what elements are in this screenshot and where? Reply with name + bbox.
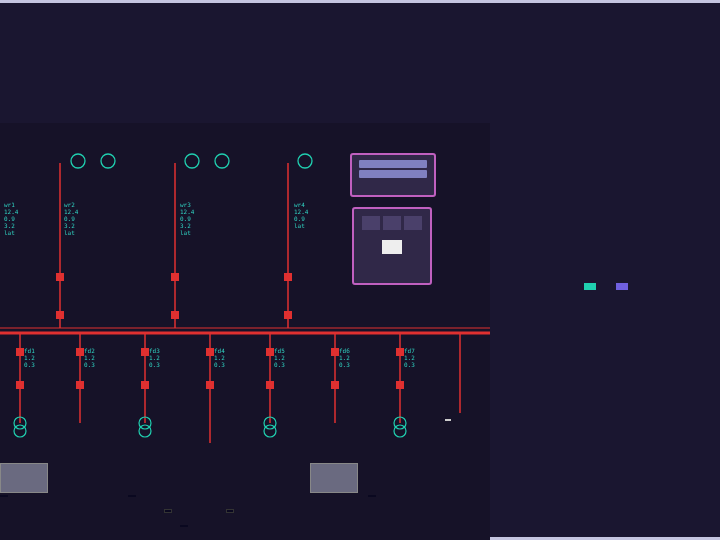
sld-data-3: wr312.40.93.2lat (180, 201, 194, 236)
donut-svg (528, 310, 688, 470)
svg-rect-25 (16, 381, 24, 389)
svg-point-41 (139, 425, 151, 437)
svg-rect-9 (284, 273, 292, 281)
svg-point-13 (185, 154, 199, 168)
svg-rect-32 (266, 348, 274, 356)
donut-chart-wrap (495, 310, 720, 470)
svg-point-45 (394, 425, 406, 437)
svg-rect-24 (16, 348, 24, 356)
main-area: wr112.40.93.2lat wr212.40.93.2lat wr312.… (0, 123, 720, 537)
kw-3 (180, 525, 188, 527)
svg-rect-8 (171, 311, 179, 319)
sld-data-1: wr112.40.93.2lat (4, 201, 18, 236)
bar-chart (507, 127, 712, 277)
sld-feed-2: fd21.20.3 (84, 347, 95, 368)
spare-label (445, 419, 451, 421)
bar-groups (537, 133, 708, 263)
svg-rect-27 (76, 381, 84, 389)
sld-feed-4: fd41.20.3 (214, 347, 225, 368)
svg-rect-34 (331, 348, 339, 356)
svg-rect-37 (396, 381, 404, 389)
sld-feed-7: fd71.20.3 (404, 347, 415, 368)
svg-rect-26 (76, 348, 84, 356)
charts-panel (495, 123, 720, 540)
svg-rect-10 (284, 311, 292, 319)
breaker-btn-2[interactable] (226, 509, 234, 513)
svg-rect-5 (56, 273, 64, 281)
svg-rect-33 (266, 381, 274, 389)
sld-feed-6: fd61.20.3 (339, 347, 350, 368)
svg-rect-6 (56, 311, 64, 319)
svg-rect-29 (141, 381, 149, 389)
dashboard-frame: wr112.40.93.2lat wr212.40.93.2lat wr312.… (0, 3, 720, 537)
single-line-diagram[interactable]: wr112.40.93.2lat wr212.40.93.2lat wr312.… (0, 123, 490, 540)
sld-feed-5: fd51.20.3 (274, 347, 285, 368)
svg-rect-28 (141, 348, 149, 356)
equip-photo-2 (0, 463, 48, 493)
svg-point-43 (264, 425, 276, 437)
svg-point-14 (215, 154, 229, 168)
svg-rect-31 (206, 381, 214, 389)
svg-point-12 (101, 154, 115, 168)
svg-point-15 (298, 154, 312, 168)
donut-chart (528, 310, 688, 470)
panel-generation[interactable] (350, 153, 436, 197)
bar-legend (495, 283, 720, 292)
svg-rect-35 (331, 381, 339, 389)
kw-1 (0, 495, 8, 497)
kw-4 (368, 495, 376, 497)
svg-rect-7 (171, 273, 179, 281)
panel-health[interactable] (352, 207, 432, 285)
sld-feed-3: fd31.20.3 (149, 347, 160, 368)
svg-rect-36 (396, 348, 404, 356)
breaker-btn-1[interactable] (164, 509, 172, 513)
kw-2 (128, 495, 136, 497)
equip-photo-3 (310, 463, 358, 493)
sld-data-4: wr412.40.9lat (294, 201, 308, 229)
svg-point-39 (14, 425, 26, 437)
sld-feed-1: fd11.20.3 (24, 347, 35, 368)
generator-stats-row (0, 3, 720, 115)
svg-rect-30 (206, 348, 214, 356)
sld-data-2: wr212.40.93.2lat (64, 201, 78, 236)
svg-point-11 (71, 154, 85, 168)
